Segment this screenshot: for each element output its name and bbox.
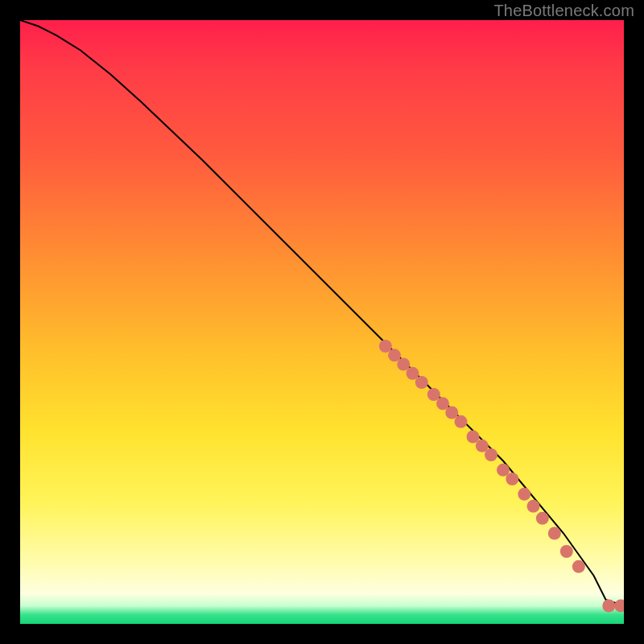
scatter-point [614, 600, 624, 613]
plot-area [20, 20, 624, 624]
curve-path [20, 20, 624, 606]
scatter-point [485, 448, 497, 461]
scatter-group [379, 340, 624, 613]
scatter-point [415, 376, 428, 389]
scatter-point [455, 415, 468, 428]
chart-overlay [20, 20, 624, 624]
chart-stage: TheBottleneck.com [0, 0, 644, 644]
scatter-point [467, 431, 480, 444]
scatter-point [527, 500, 540, 513]
scatter-point [548, 527, 561, 540]
scatter-point [572, 560, 585, 573]
scatter-point [560, 545, 573, 558]
scatter-point [506, 473, 518, 485]
scatter-point [536, 512, 549, 525]
scatter-point [602, 600, 615, 613]
watermark-label: TheBottleneck.com [493, 2, 634, 20]
scatter-point [518, 488, 530, 501]
